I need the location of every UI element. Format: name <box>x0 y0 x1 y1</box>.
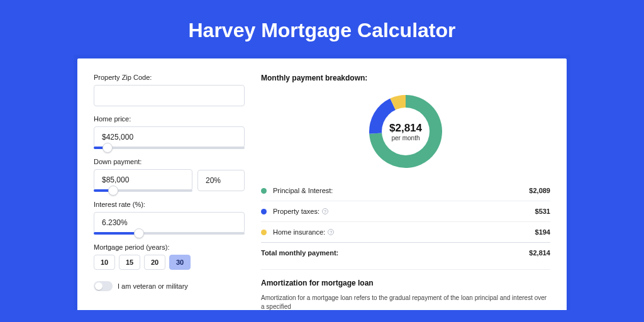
amortization-section: Amortization for mortgage loan Amortizat… <box>261 269 550 310</box>
legend-dot <box>261 209 267 214</box>
period-option-15[interactable]: 15 <box>119 255 140 270</box>
veteran-toggle[interactable] <box>94 281 113 291</box>
calculator-panel: Property Zip Code: Home price: Down paym… <box>77 58 567 310</box>
legend-total-row: Total monthly payment:$2,814 <box>261 242 550 263</box>
legend-dot <box>261 188 267 194</box>
down-payment-pct-input[interactable] <box>197 170 245 191</box>
slider-thumb[interactable] <box>108 186 118 196</box>
period-option-30[interactable]: 30 <box>169 255 191 270</box>
amortization-text: Amortization for a mortgage loan refers … <box>261 294 550 310</box>
home-price-slider[interactable] <box>94 147 245 149</box>
total-label: Total monthly payment: <box>261 249 529 257</box>
down-payment-label: Down payment: <box>94 158 245 165</box>
field-period: Mortgage period (years): 10152030 <box>94 243 245 270</box>
field-home-price: Home price: <box>94 115 245 149</box>
home-price-input[interactable] <box>94 126 245 148</box>
interest-slider[interactable] <box>94 232 245 235</box>
legend-label: Home insurance:? <box>273 228 535 236</box>
period-segmented: 10152030 <box>94 255 245 270</box>
legend-amount: $531 <box>535 208 550 215</box>
down-payment-slider[interactable] <box>94 189 192 192</box>
legend: Principal & Interest:$2,089Property taxe… <box>261 180 550 263</box>
field-zip: Property Zip Code: <box>94 74 245 106</box>
hero: Harvey Mortgage Calculator <box>0 0 644 55</box>
info-icon[interactable]: ? <box>322 208 328 214</box>
form-column: Property Zip Code: Home price: Down paym… <box>94 74 245 310</box>
donut-amount: $2,814 <box>389 122 422 135</box>
interest-label: Interest rate (%): <box>94 201 245 208</box>
legend-row: Principal & Interest:$2,089 <box>261 180 550 201</box>
legend-amount: $2,089 <box>529 187 550 194</box>
page-title: Harvey Mortgage Calculator <box>0 19 644 42</box>
home-price-label: Home price: <box>94 115 245 123</box>
period-option-20[interactable]: 20 <box>144 255 165 270</box>
breakdown-column: Monthly payment breakdown: $2,814 per mo… <box>261 74 550 310</box>
veteran-row: I am veteran or military <box>94 281 245 291</box>
amortization-title: Amortization for mortgage loan <box>261 279 550 287</box>
legend-label: Principal & Interest: <box>273 187 529 194</box>
field-down-payment: Down payment: <box>94 158 245 192</box>
total-amount: $2,814 <box>529 249 550 257</box>
slider-thumb[interactable] <box>103 143 113 153</box>
period-option-10[interactable]: 10 <box>94 255 115 270</box>
panel-frame: Property Zip Code: Home price: Down paym… <box>74 55 570 310</box>
zip-input[interactable] <box>94 85 245 106</box>
field-interest: Interest rate (%): <box>94 201 245 235</box>
donut-sub: per month <box>389 135 422 142</box>
donut-chart: $2,814 per month <box>261 89 550 180</box>
slider-thumb[interactable] <box>134 228 144 238</box>
breakdown-title: Monthly payment breakdown: <box>261 74 550 82</box>
legend-dot <box>261 230 267 235</box>
legend-row: Property taxes:?$531 <box>261 201 550 221</box>
zip-label: Property Zip Code: <box>94 74 245 81</box>
period-label: Mortgage period (years): <box>94 243 245 251</box>
legend-amount: $194 <box>535 228 550 236</box>
legend-label: Property taxes:? <box>273 208 535 215</box>
interest-input[interactable] <box>94 212 245 233</box>
legend-row: Home insurance:?$194 <box>261 221 550 242</box>
veteran-label: I am veteran or military <box>118 282 188 290</box>
info-icon[interactable]: ? <box>328 229 334 235</box>
